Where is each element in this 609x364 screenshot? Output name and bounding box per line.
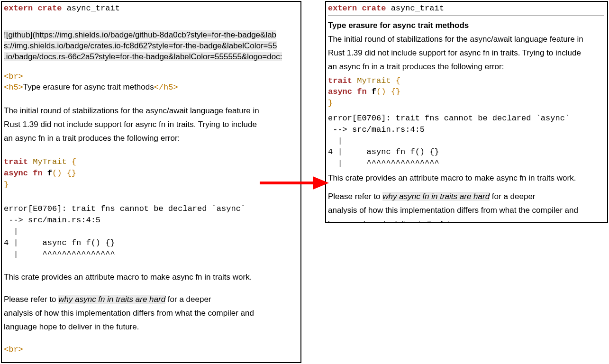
kw-extern: extern: [4, 4, 33, 13]
divider: [4, 23, 298, 23]
trait-code-block: trait MyTrait { async fn f() {} }: [328, 75, 607, 109]
after-line-2: Please refer to why async fn in traits a…: [4, 294, 298, 305]
why-hard-link[interactable]: why async fn in traits are hard: [382, 192, 490, 201]
after-line-4: language hope to deliver in the future.: [328, 219, 604, 223]
badge-markdown-line-1: ![github](https://img.shields.io/badge/g…: [4, 30, 300, 41]
badge-markdown-line-3: .io/badge/docs.rs-66c2a5?style=for-the-b…: [4, 52, 300, 63]
raw-h5-line: <h5>Type erasure for async trait methods…: [4, 82, 300, 93]
raw-br-tag: <br>: [4, 71, 300, 82]
intro-line-1: The initial round of stabilizations for …: [4, 106, 298, 117]
intro-line-1: The initial round of stabilizations for …: [328, 34, 604, 45]
why-hard-link[interactable]: why async fn in traits are hard: [58, 295, 165, 304]
after-line-2: Please refer to why async fn in traits a…: [328, 191, 604, 202]
intro-line-2: Rust 1.39 did not include support for as…: [328, 48, 604, 59]
h5-text: Type erasure for async trait methods: [23, 82, 154, 91]
h5-open-tag: <h5>: [4, 83, 23, 92]
after-line-1: This crate provides an attribute macro t…: [4, 272, 298, 283]
rendered-panel: extern crate async_trait Type erasure fo…: [325, 1, 608, 223]
intro-line-3: an async fn in a trait produces the foll…: [4, 133, 298, 144]
kw-crate: crate: [37, 4, 62, 13]
crate-declaration-line: extern crate async_trait: [4, 3, 300, 14]
headline: Type erasure for async trait methods: [328, 20, 604, 31]
compiler-error-block: error[E0706]: trait fns cannot be declar…: [4, 203, 300, 260]
badge-markdown-line-2: s://img.shields.io/badge/crates.io-fc8d6…: [4, 41, 300, 52]
trait-code-block: trait MyTrait { async fn f() {} }: [4, 156, 300, 190]
compiler-error-block: error[E0706]: trait fns cannot be declar…: [328, 113, 607, 169]
after-line-3: analysis of how this implementation diff…: [328, 205, 604, 216]
after-line-3: analysis of how this implementation diff…: [4, 308, 298, 319]
raw-br-tag-2: <br>: [4, 344, 300, 355]
after-line-4: language hope to deliver in the future.: [4, 322, 298, 333]
intro-line-2: Rust 1.39 did not include support for as…: [4, 119, 298, 130]
divider: [328, 15, 604, 16]
source-panel: extern crate async_trait ![github](https…: [1, 1, 301, 363]
h5-close-tag: </h5>: [154, 83, 178, 92]
crate-declaration-line: extern crate async_trait: [328, 3, 607, 14]
intro-line-3: an async fn in a trait produces the foll…: [328, 62, 604, 73]
crate-name: async_trait: [67, 4, 120, 13]
after-line-1: This crate provides an attribute macro t…: [328, 173, 604, 184]
